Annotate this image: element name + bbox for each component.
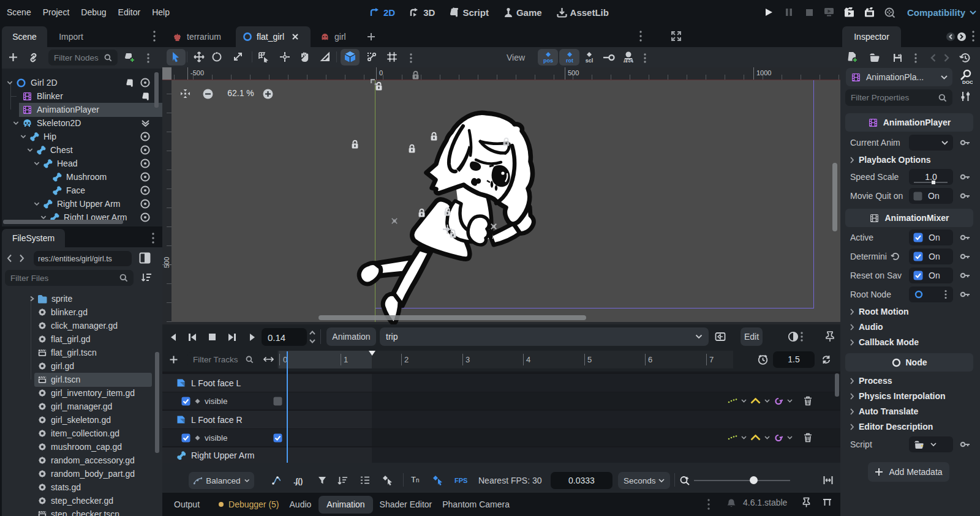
svg-text:DOC: DOC <box>962 80 973 85</box>
svg-text:500: 500 <box>163 257 170 268</box>
svg-text:2: 2 <box>404 355 409 364</box>
svg-text:0: 0 <box>379 69 383 77</box>
svg-text:7: 7 <box>709 355 714 364</box>
svg-text:6: 6 <box>648 355 652 364</box>
svg-text:1: 1 <box>344 355 348 364</box>
svg-text:5: 5 <box>587 355 592 364</box>
svg-text:4: 4 <box>526 355 530 364</box>
svg-text:rec: rec <box>625 58 633 64</box>
svg-text:rot: rot <box>566 58 573 64</box>
svg-text:-500: -500 <box>190 69 204 77</box>
svg-text:500: 500 <box>568 69 579 77</box>
svg-text:pos: pos <box>543 58 553 64</box>
svg-text:scl: scl <box>586 58 594 64</box>
svg-text:1000: 1000 <box>756 69 771 77</box>
svg-text:3: 3 <box>466 355 470 364</box>
